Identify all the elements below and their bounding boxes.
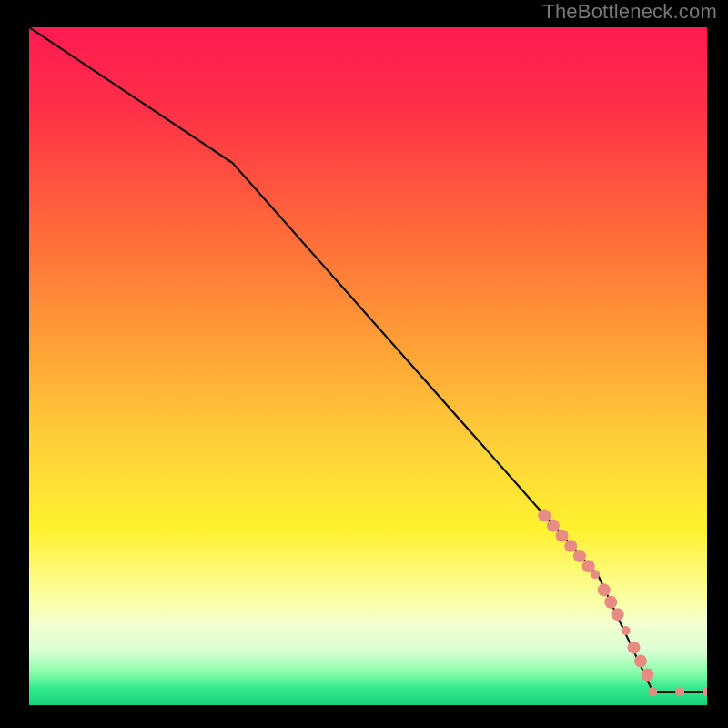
marker-dot: [628, 642, 641, 654]
marker-dot: [675, 687, 684, 696]
marker-dot: [573, 550, 586, 562]
marker-dot: [622, 626, 631, 635]
marker-dot: [564, 540, 577, 552]
marker-dot: [598, 583, 611, 596]
marker-dot: [612, 608, 624, 621]
chart-svg: [29, 27, 707, 705]
chart-stage: TheBottleneck.com: [0, 0, 728, 728]
marker-dot: [648, 687, 657, 696]
marker-dot: [547, 520, 560, 532]
marker-dot: [556, 530, 569, 542]
marker-dot: [604, 596, 617, 609]
marker-dot: [591, 570, 600, 579]
marker-dot: [641, 668, 653, 681]
watermark-label: TheBottleneck.com: [542, 0, 717, 24]
marker-dot: [634, 655, 647, 668]
marker-dot: [538, 509, 551, 521]
chart-plot-area: [29, 27, 707, 705]
